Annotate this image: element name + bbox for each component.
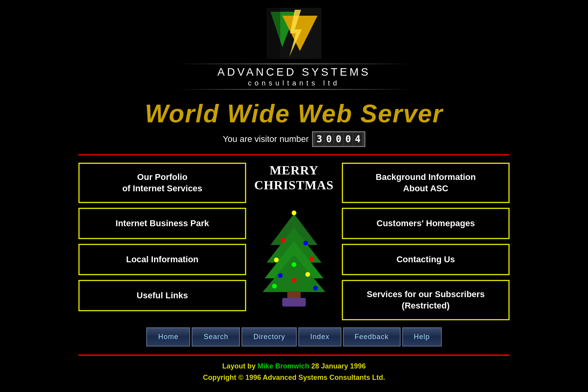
- left-column: Our Porfolioof Internet Services Interne…: [78, 163, 246, 320]
- svg-point-19: [292, 278, 296, 283]
- merry-christmas-text: MERRY CHRISTMAS: [254, 163, 334, 193]
- contact-button[interactable]: Contacting Us: [342, 244, 510, 275]
- useful-links-button[interactable]: Useful Links: [78, 280, 246, 311]
- svg-point-18: [305, 272, 310, 277]
- svg-point-14: [274, 258, 279, 262]
- christmas-tree-area: [255, 193, 333, 321]
- counter-d3: 0: [334, 133, 343, 145]
- logo-area: ADVANCED SYSTEMS consultants ltd: [176, 8, 412, 91]
- svg-point-13: [303, 241, 308, 245]
- company-sub: consultants ltd: [248, 79, 340, 87]
- footer-layout-label: Layout by: [222, 362, 258, 370]
- company-name: ADVANCED SYSTEMS: [217, 66, 370, 78]
- svg-point-20: [272, 284, 277, 289]
- bottom-nav: Home Search Directory Index Feedback Hel…: [146, 327, 441, 347]
- footer-copyright: Copyright © 1996 Advanced Systems Consul…: [203, 372, 385, 383]
- svg-point-11: [292, 211, 296, 215]
- company-logo: [267, 8, 321, 59]
- logo-hr-top: [176, 64, 412, 64]
- background-button[interactable]: Background InformationAbout ASC: [342, 163, 510, 203]
- visitor-row: You are visitor number 3 0 0 0 4: [223, 131, 365, 147]
- footer-author[interactable]: Mike Bromwich: [258, 362, 309, 370]
- visitor-counter: 3 0 0 0 4: [312, 131, 365, 147]
- counter-d4: 0: [344, 133, 352, 145]
- red-separator-top: [78, 154, 510, 156]
- svg-point-17: [278, 273, 283, 278]
- index-button[interactable]: Index: [298, 327, 341, 347]
- svg-rect-10: [282, 298, 306, 307]
- counter-d1: 3: [315, 133, 324, 145]
- svg-point-12: [281, 238, 285, 243]
- logo-hr-bottom: [176, 89, 412, 90]
- home-button[interactable]: Home: [146, 327, 190, 347]
- footer-date: 28 January 1996: [309, 362, 366, 370]
- main-grid: Our Porfolioof Internet Services Interne…: [78, 163, 510, 320]
- right-column: Background InformationAbout ASC Customer…: [342, 163, 510, 320]
- svg-rect-4: [267, 8, 280, 59]
- feedback-button[interactable]: Feedback: [343, 327, 401, 347]
- search-button[interactable]: Search: [192, 327, 240, 347]
- business-park-button[interactable]: Internet Business Park: [78, 208, 246, 239]
- svg-point-16: [292, 262, 296, 267]
- help-button[interactable]: Help: [402, 327, 442, 347]
- svg-point-15: [309, 256, 314, 261]
- red-separator-bottom: [78, 354, 510, 356]
- svg-point-21: [313, 286, 318, 290]
- page-title: World Wide Web Server: [145, 99, 443, 128]
- footer: Layout by Mike Bromwich 28 January 1996 …: [203, 361, 385, 383]
- local-info-button[interactable]: Local Information: [78, 244, 246, 275]
- directory-button[interactable]: Directory: [241, 327, 297, 347]
- customers-button[interactable]: Customers' Homepages: [342, 208, 510, 239]
- counter-d5: 4: [353, 133, 362, 145]
- counter-d2: 0: [325, 133, 333, 145]
- footer-layout-line: Layout by Mike Bromwich 28 January 1996: [203, 361, 385, 372]
- center-column: MERRY CHRISTMAS: [251, 163, 337, 320]
- portfolio-button[interactable]: Our Porfolioof Internet Services: [78, 163, 246, 203]
- subscribers-button[interactable]: Services for our Subscribers(Restricted): [342, 280, 510, 320]
- visitor-label: You are visitor number: [223, 134, 309, 144]
